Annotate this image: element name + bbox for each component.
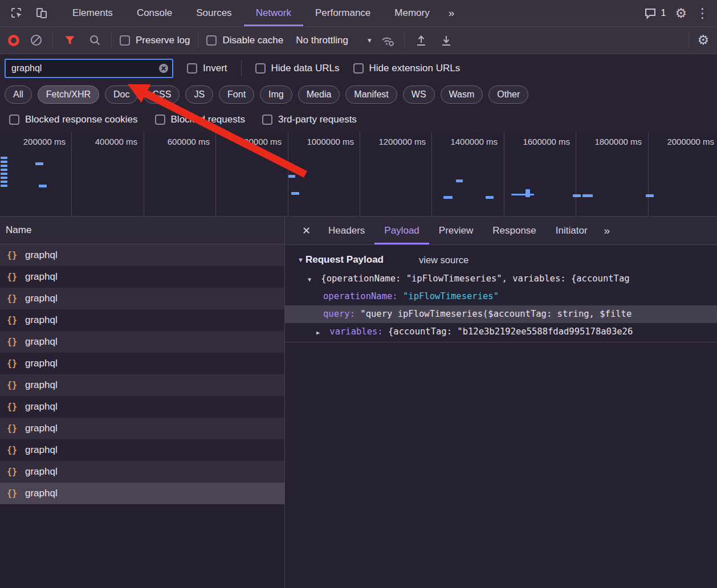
type-filter-img[interactable]: Img xyxy=(260,85,292,104)
toolbar-right-icons: 1 ⚙ ⋮ xyxy=(644,0,717,26)
table-row[interactable]: {} graphql xyxy=(0,461,284,483)
record-network-log-button[interactable] xyxy=(8,35,19,46)
name-column-header[interactable]: Name xyxy=(0,217,284,244)
request-name: graphql xyxy=(25,488,58,499)
type-filter-ws[interactable]: WS xyxy=(403,85,435,104)
table-row[interactable]: {} graphql xyxy=(0,439,284,461)
type-filter-doc[interactable]: Doc xyxy=(105,85,138,104)
timeline-bar xyxy=(646,194,654,197)
console-messages-button[interactable]: 1 xyxy=(644,7,666,19)
payload-variables-node[interactable]: ▶ variables: {accountTag: "b12e3b2192ee5… xyxy=(285,323,717,341)
payload-operation-name-node[interactable]: operationName: "ipFlowTimeseries" xyxy=(285,288,717,305)
type-filter-fetch-xhr[interactable]: Fetch/XHR xyxy=(38,85,99,104)
timeline-bar xyxy=(573,194,581,197)
filter-funnel-icon[interactable] xyxy=(61,32,78,49)
timeline-canvas[interactable] xyxy=(0,132,717,216)
timeline-bar xyxy=(291,192,299,195)
tab-memory[interactable]: Memory xyxy=(382,0,441,26)
more-tabs-icon[interactable]: » xyxy=(442,0,462,26)
payload-query-node[interactable]: query: "query ipFlowTimeseries($accountT… xyxy=(285,305,717,323)
filter-input-wrap xyxy=(5,59,173,78)
network-conditions-icon[interactable] xyxy=(379,32,396,49)
clear-filter-icon[interactable] xyxy=(158,63,169,76)
toolbar-left-icons xyxy=(0,0,60,26)
request-name: graphql xyxy=(25,379,58,391)
blocked-requests-checkbox[interactable]: Blocked requests xyxy=(155,114,245,125)
disable-cache-checkbox[interactable]: Disable cache xyxy=(206,35,283,46)
filter-bar: Invert Hide data URLs Hide extension URL… xyxy=(0,54,717,82)
request-name: graphql xyxy=(25,423,58,434)
timeline-bar xyxy=(525,189,530,197)
network-filter-input[interactable] xyxy=(5,59,173,78)
kebab-menu-icon[interactable]: ⋮ xyxy=(696,7,709,20)
payload-tree: ▼ {operationName: "ipFlowTimeseries", va… xyxy=(285,270,717,342)
request-list-panel: Name {} graphql {} graphql {} graphql {}… xyxy=(0,217,285,588)
type-filter-other[interactable]: Other xyxy=(488,85,528,104)
third-party-requests-checkbox[interactable]: 3rd-party requests xyxy=(262,114,357,125)
table-row[interactable]: {} graphql xyxy=(0,374,284,396)
json-braces-icon: {} xyxy=(7,337,19,347)
tab-payload[interactable]: Payload xyxy=(374,217,429,244)
type-filter-all[interactable]: All xyxy=(5,85,32,104)
more-details-tabs-icon[interactable]: » xyxy=(597,217,617,244)
tree-expanded-icon: ▼ xyxy=(308,271,316,288)
inspect-element-icon[interactable] xyxy=(8,5,25,22)
tab-preview[interactable]: Preview xyxy=(429,217,483,244)
tab-performance[interactable]: Performance xyxy=(303,0,382,26)
divider xyxy=(111,32,112,48)
type-filter-font[interactable]: Font xyxy=(219,85,254,104)
timeline-overview[interactable]: 200000 ms 400000 ms 600000 ms 800000 ms … xyxy=(0,132,717,217)
tab-console[interactable]: Console xyxy=(125,0,184,26)
hide-extension-urls-checkbox[interactable]: Hide extension URLs xyxy=(353,63,461,74)
table-row[interactable]: {} graphql xyxy=(0,309,284,331)
table-row[interactable]: {} graphql xyxy=(0,288,284,309)
table-row[interactable]: {} graphql xyxy=(0,418,284,439)
clear-network-log-icon[interactable] xyxy=(27,32,44,49)
hide-data-urls-label: Hide data URLs xyxy=(271,63,340,74)
tab-headers[interactable]: Headers xyxy=(319,217,374,244)
close-details-icon[interactable]: ✕ xyxy=(294,224,319,237)
export-har-icon[interactable] xyxy=(438,32,455,49)
network-settings-gear-icon[interactable]: ⚙ xyxy=(697,34,709,47)
table-row[interactable]: {} graphql xyxy=(0,244,284,266)
settings-gear-icon[interactable]: ⚙ xyxy=(675,7,687,20)
throttling-select[interactable]: No throttling ▾ xyxy=(296,35,371,46)
collapse-triangle-icon: ▼ xyxy=(298,256,305,263)
timeline-bar xyxy=(1,157,7,159)
divider xyxy=(404,32,405,48)
message-bubble-icon xyxy=(644,7,657,19)
preserve-log-checkbox[interactable]: Preserve log xyxy=(120,35,190,46)
json-braces-icon: {} xyxy=(7,272,19,282)
json-braces-icon: {} xyxy=(7,315,19,325)
type-filter-css[interactable]: CSS xyxy=(144,85,180,104)
table-row[interactable]: {} graphql xyxy=(0,331,284,353)
table-row[interactable]: {} graphql xyxy=(0,266,284,288)
tab-sources[interactable]: Sources xyxy=(184,0,243,26)
view-source-link[interactable]: view source xyxy=(419,255,469,266)
tab-initiator[interactable]: Initiator xyxy=(546,217,597,244)
device-toolbar-icon[interactable] xyxy=(33,5,50,22)
request-payload-section[interactable]: ▼ Request Payload view source xyxy=(285,251,717,270)
table-row-selected[interactable]: {} graphql xyxy=(0,483,284,504)
request-name: graphql xyxy=(25,293,58,304)
json-braces-icon: {} xyxy=(7,467,19,477)
blocked-response-cookies-checkbox[interactable]: Blocked response cookies xyxy=(9,114,138,125)
search-icon[interactable] xyxy=(86,32,103,49)
request-name: graphql xyxy=(25,271,58,283)
type-filter-media[interactable]: Media xyxy=(298,85,340,104)
tab-elements[interactable]: Elements xyxy=(60,0,125,26)
hide-data-urls-checkbox[interactable]: Hide data URLs xyxy=(255,63,340,74)
payload-root-node[interactable]: ▼ {operationName: "ipFlowTimeseries", va… xyxy=(285,270,717,288)
type-filter-wasm[interactable]: Wasm xyxy=(441,85,483,104)
table-row[interactable]: {} graphql xyxy=(0,353,284,374)
details-tabbar: ✕ Headers Payload Preview Response Initi… xyxy=(285,217,717,245)
type-filter-manifest[interactable]: Manifest xyxy=(345,85,397,104)
import-har-icon[interactable] xyxy=(413,32,430,49)
type-filter-js[interactable]: JS xyxy=(185,85,213,104)
tab-response[interactable]: Response xyxy=(483,217,546,244)
table-row[interactable]: {} graphql xyxy=(0,396,284,418)
tab-network[interactable]: Network xyxy=(244,0,303,26)
invert-checkbox[interactable]: Invert xyxy=(187,63,227,74)
json-braces-icon: {} xyxy=(7,358,19,369)
third-party-requests-label: 3rd-party requests xyxy=(278,114,357,125)
